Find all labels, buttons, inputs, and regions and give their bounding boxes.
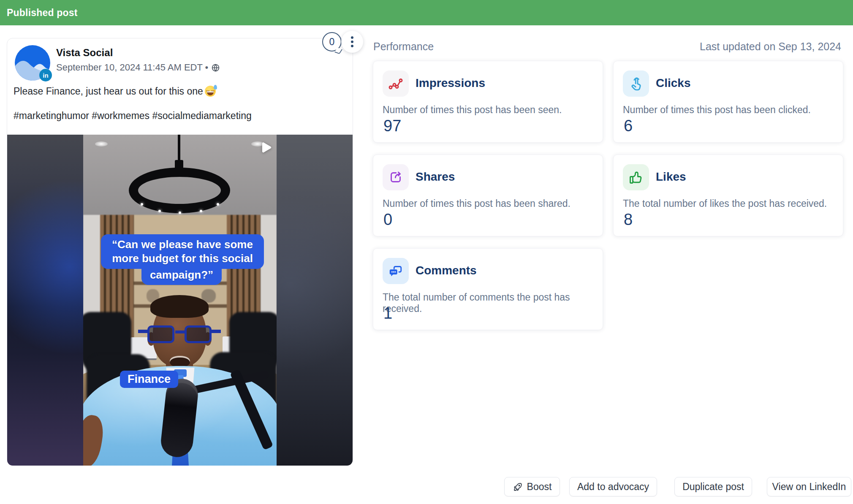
metric-value: 1 [383, 304, 392, 322]
rocket-icon [513, 482, 523, 492]
ring-light [129, 168, 230, 213]
post-timestamp: September 10, 2024 11:45 AM EDT • [56, 62, 220, 73]
video-blur-right [277, 135, 353, 466]
duplicate-post-button[interactable]: Duplicate post [674, 477, 752, 496]
metric-label: Clicks [656, 76, 691, 90]
finance-tag: Finance [120, 371, 178, 388]
ellipsis-icon [351, 36, 353, 39]
chat-bubbles-icon [383, 258, 409, 284]
video-frame: “Can we please have some more budget for… [83, 135, 277, 466]
metric-value: 8 [624, 211, 633, 229]
metric-card-shares: Shares Number of times this post has bee… [373, 154, 603, 236]
impressions-route-icon [383, 70, 409, 97]
video-blur-left [7, 135, 83, 466]
metric-card-comments: Comments The total number of comments th… [373, 248, 603, 330]
metric-value: 97 [383, 117, 401, 135]
view-on-linkedin-button[interactable]: View on LinkedIn [767, 477, 851, 496]
video-caption-bubble: “Can we please have some more budget for… [101, 234, 264, 269]
avatar: in [15, 45, 50, 81]
linkedin-badge: in [39, 69, 52, 81]
performance-title: Performance [373, 41, 434, 53]
post-author: Vista Social [56, 47, 113, 59]
metric-value: 0 [383, 211, 392, 229]
comment-count-value: 0 [329, 36, 335, 48]
post-text: Please Finance, just hear us out for thi… [14, 86, 343, 97]
share-box-icon [383, 164, 409, 190]
play-icon[interactable] [257, 140, 273, 157]
metric-card-clicks: Clicks Number of times this post has bee… [613, 61, 843, 143]
boost-button[interactable]: Boost [504, 477, 560, 496]
metric-description: Number of times this post has been seen. [383, 104, 562, 116]
video-caption-bubble-line3: campaign?” [141, 266, 222, 285]
click-finger-icon [623, 70, 649, 97]
post-hashtags: #marketinghumor #workmemes #socialmediam… [14, 110, 347, 122]
metric-description: The total number of likes the post has r… [623, 198, 827, 209]
metric-description: Number of times this post has been click… [623, 104, 811, 116]
last-updated-label: Last updated on Sep 13, 2024 [700, 41, 841, 53]
metric-description: Number of times this post has been share… [383, 198, 570, 209]
thumbs-up-icon [623, 164, 649, 190]
metric-label: Shares [416, 170, 455, 184]
post-menu-button[interactable] [341, 31, 363, 53]
video-thumbnail: “Can we please have some more budget for… [7, 135, 353, 466]
glasses [147, 325, 174, 343]
page-title: Published post [7, 7, 78, 19]
metric-label: Comments [416, 264, 477, 277]
post-card: 0 in Vista Social September 10, 2024 11:… [7, 38, 353, 465]
metric-label: Impressions [416, 76, 485, 90]
comment-count-badge[interactable]: 0 [322, 32, 342, 51]
metric-description: The total number of comments the post ha… [383, 292, 603, 314]
add-to-advocacy-button[interactable]: Add to advocacy [569, 477, 657, 496]
boost-label: Boost [527, 481, 552, 493]
metric-label: Likes [656, 170, 686, 184]
metric-card-likes: Likes The total number of likes the post… [613, 154, 843, 236]
sweat-smile-emoji [205, 86, 216, 97]
published-post-header: Published post [0, 0, 853, 25]
metric-card-impressions: Impressions Number of times this post ha… [373, 61, 603, 143]
metric-value: 6 [624, 117, 633, 135]
globe-icon [211, 63, 220, 72]
